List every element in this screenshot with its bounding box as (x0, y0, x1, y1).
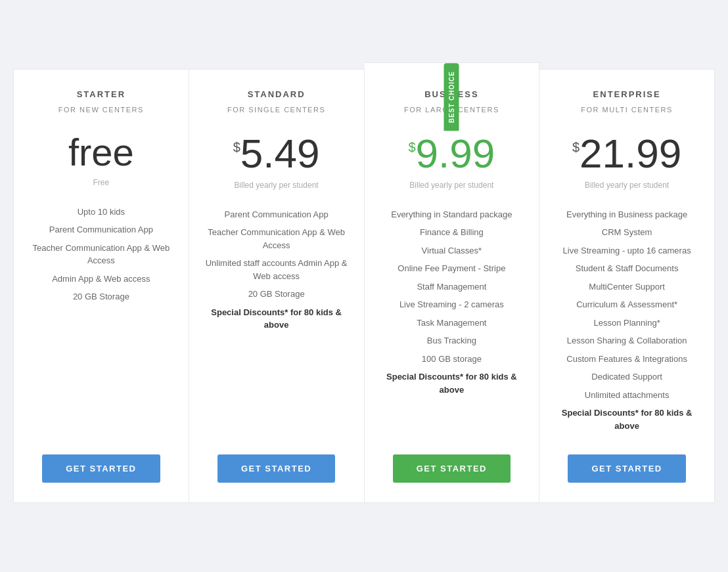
feature-item: Lesson Planning* (553, 314, 701, 332)
feature-item: MultiCenter Support (553, 278, 701, 296)
plan-name-enterprise: ENTERPRISE (593, 89, 661, 99)
feature-item: Live Streaming - upto 16 cameras (553, 242, 701, 260)
feature-item: Virtual Classes* (378, 242, 526, 260)
plan-card-business: BEST CHOICEBUSINESSFOR LARGE CENTERS $ 9… (365, 62, 540, 504)
cta-button-business[interactable]: GET STARTED (393, 454, 511, 483)
feature-item: Task Management (378, 314, 526, 332)
feature-item: Everything in Business package (553, 206, 701, 224)
price-billing-business: Billed yearly per student (409, 181, 493, 192)
price-value-business: 9.99 (416, 133, 495, 174)
price-billing-starter: Free (93, 178, 110, 190)
feature-item: Lesson Sharing & Collaboration (553, 332, 701, 350)
feature-item: Special Discounts* for 80 kids & above (553, 404, 701, 435)
best-choice-badge: BEST CHOICE (444, 63, 459, 131)
price-area-business: $ 9.99 (408, 133, 495, 174)
cta-button-starter[interactable]: GET STARTED (42, 454, 160, 483)
feature-item: Unlimited staff accounts Admin App & Web… (202, 254, 351, 285)
plan-card-starter: STARTERFOR NEW CENTERS free FreeUpto 10 … (13, 69, 189, 504)
feature-item: Special Discounts* for 80 kids & above (378, 368, 526, 399)
feature-item: Bus Tracking (378, 332, 526, 350)
price-currency-business: $ (408, 140, 415, 155)
feature-item: Finance & Billing (378, 223, 526, 242)
plan-card-standard: STANDARDFOR SINGLE CENTERS $ 5.49 Billed… (189, 69, 365, 504)
feature-item: Custom Features & Integrations (553, 350, 701, 368)
feature-item: Everything in Standard package (378, 206, 526, 224)
plan-subtitle-enterprise: FOR MULTI CENTERS (581, 106, 673, 114)
features-list-enterprise: Everything in Business packageCRM System… (553, 206, 701, 435)
price-area-standard: $ 5.49 (233, 133, 320, 174)
plan-subtitle-starter: FOR NEW CENTERS (58, 106, 144, 114)
plan-name-standard: STANDARD (248, 89, 306, 99)
plan-subtitle-standard: FOR SINGLE CENTERS (227, 106, 325, 114)
price-currency-enterprise: $ (572, 140, 580, 155)
feature-item: Curriculum & Assessment* (553, 296, 701, 314)
cta-button-enterprise[interactable]: GET STARTED (568, 454, 685, 483)
plan-card-enterprise: ENTERPRISEFOR MULTI CENTERS $ 21.99 Bill… (539, 69, 715, 504)
feature-item: 100 GB storage (378, 350, 526, 368)
feature-item: Online Fee Payment - Stripe (378, 259, 526, 278)
feature-item: CRM System (553, 223, 701, 242)
price-area-enterprise: $ 21.99 (572, 133, 681, 174)
feature-item: Parent Communication App (202, 206, 351, 224)
feature-item: Upto 10 kids (27, 203, 175, 221)
features-list-starter: Upto 10 kidsParent Communication AppTeac… (27, 203, 175, 435)
feature-item: Unlimited attachments (553, 386, 701, 405)
plan-name-starter: STARTER (77, 89, 125, 99)
price-value-standard: 5.49 (240, 133, 320, 174)
price-billing-standard: Billed yearly per student (235, 181, 319, 192)
feature-item: Parent Communication App (27, 221, 175, 239)
feature-item: Admin App & Web access (27, 270, 175, 288)
feature-item: Dedicated Support (553, 368, 701, 386)
price-billing-enterprise: Billed yearly per student (585, 181, 669, 192)
feature-item: Student & Staff Documents (553, 259, 701, 278)
feature-item: Teacher Communication App & Web Access (202, 223, 351, 254)
price-value-starter: free (68, 133, 134, 171)
feature-item: Staff Management (378, 278, 526, 296)
feature-item: 20 GB Storage (27, 288, 175, 306)
features-list-business: Everything in Standard packageFinance & … (378, 206, 526, 435)
price-area-starter: free (68, 133, 134, 171)
pricing-table: STARTERFOR NEW CENTERS free FreeUpto 10 … (13, 69, 715, 504)
feature-item: Special Discounts* for 80 kids & above (202, 303, 351, 334)
price-value-enterprise: 21.99 (580, 133, 681, 174)
feature-item: Teacher Communication App & Web Access (27, 239, 175, 270)
feature-item: Live Streaming - 2 cameras (378, 296, 526, 314)
price-currency-standard: $ (233, 140, 240, 155)
cta-button-standard[interactable]: GET STARTED (217, 454, 335, 483)
features-list-standard: Parent Communication AppTeacher Communic… (202, 206, 351, 435)
feature-item: 20 GB Storage (202, 285, 351, 303)
